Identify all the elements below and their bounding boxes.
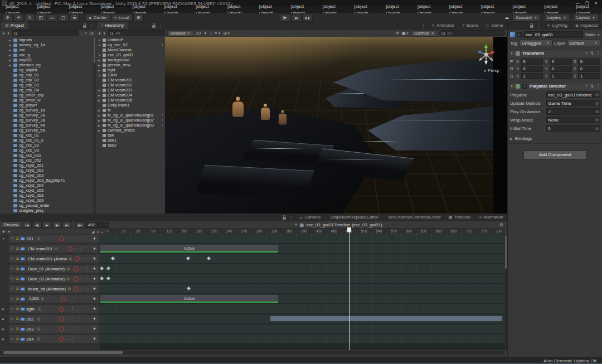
track-content[interactable] (100, 264, 504, 273)
object-picker-icon[interactable]: ◎ (41, 297, 44, 301)
play-button[interactable]: ▶ (280, 14, 290, 22)
inspector-tab[interactable]: ☀Lighting (543, 22, 571, 29)
expander-icon[interactable]: ▼ (98, 38, 103, 42)
add-in-group-button[interactable]: + (93, 316, 97, 322)
hierarchy-item[interactable]: ▶ light (96, 67, 165, 72)
project-search[interactable] (12, 30, 79, 36)
layers-dropdown[interactable]: Layers▼ (544, 14, 570, 22)
z-field[interactable]: 1 (578, 73, 600, 79)
timeline-row[interactable]: ▼ ✓ ⚠ 201 ◎ ~ ⋮ + (0, 234, 507, 243)
inspector-tab[interactable]: ◉Inspector (571, 22, 602, 29)
scene-view-tab[interactable]: #Scene (458, 22, 483, 29)
curves-icon[interactable]: ~ (80, 277, 82, 281)
hierarchy-item[interactable]: talk (96, 133, 165, 138)
record-button[interactable] (59, 236, 64, 241)
preview-toggle[interactable]: Preview (2, 221, 21, 228)
search-label-icon[interactable]: ✎ (84, 31, 88, 36)
z-field[interactable]: 0 (578, 59, 600, 65)
hierarchy-item[interactable]: ▶ CM vcam205 (96, 98, 165, 103)
static-dropdown[interactable]: Static ▼ (585, 32, 600, 37)
project-item[interactable]: cg_city_02 (0, 77, 96, 82)
timeline-row[interactable]: ✓ ⚠ helen_hd (Animator) ◎ ~ ⋮ + (0, 284, 507, 293)
bottom-tab[interactable]: ☰Console (295, 213, 325, 221)
step-button[interactable]: ▶▮ (302, 14, 313, 22)
pivot-toggle[interactable]: ▣Center (85, 14, 110, 22)
active-checkbox[interactable]: ✓ (517, 32, 522, 37)
track-content[interactable] (100, 314, 504, 323)
track-enabled-icon[interactable]: ✓ (11, 266, 14, 271)
project-item[interactable]: ▶ signals (0, 37, 96, 42)
keyframe-diamond[interactable] (106, 266, 110, 270)
gizmos-dropdown[interactable]: Gizmos▼ (411, 30, 437, 37)
track-enabled-icon[interactable]: ✓ (11, 307, 14, 311)
add-component-button[interactable]: Add Component (523, 151, 587, 159)
track-content[interactable]: Active (100, 294, 504, 303)
cloud-icon[interactable]: ☁ (504, 15, 509, 20)
field-value[interactable]: ✓ ◎ (546, 108, 600, 115)
create-asset-button[interactable]: + (2, 31, 5, 36)
gear-icon[interactable]: ⊛ (499, 222, 506, 227)
add-in-group-button[interactable]: + (93, 276, 97, 282)
project-item[interactable]: cg_xsyd_201 (0, 163, 96, 168)
help-icon[interactable]: ? (585, 51, 588, 56)
project-item[interactable]: cg_player (0, 103, 96, 108)
hierarchy-item[interactable]: talk2 (96, 143, 165, 148)
project-item[interactable]: ▶ xsc (0, 47, 96, 52)
tool-button[interactable]: ▭ (47, 14, 57, 22)
track-menu-icon[interactable]: ⋮ (70, 337, 75, 341)
add-in-group-button[interactable]: + (93, 326, 97, 332)
expander-icon[interactable]: ▼ (98, 54, 103, 57)
project-item[interactable]: cg_xsc_031 (0, 153, 96, 158)
hierarchy-item[interactable]: ▶ CM vcam204 (96, 93, 165, 98)
add-in-group-button[interactable]: + (93, 296, 97, 302)
search-input[interactable] (18, 31, 77, 36)
curves-icon[interactable]: ~ (66, 307, 68, 311)
layout-dropdown[interactable]: Layout▼ (573, 14, 599, 22)
object-picker-icon[interactable]: ◎ (595, 93, 599, 97)
timeline-row[interactable]: ▶ ✓ ⚠ 202 ◎ ~ ⋮ + (0, 314, 507, 323)
timeline-row[interactable]: ✓ ⚠ CM vcam201 (Anima ◎ ~ ⋮ + (0, 254, 507, 263)
curves-icon[interactable]: ~ (81, 257, 84, 261)
project-item[interactable]: ▶ xsyd01 (0, 57, 96, 62)
curves-icon[interactable]: ~ (66, 317, 68, 321)
track-menu-icon[interactable]: ⋮ (70, 317, 75, 321)
expander-icon[interactable]: ▼ (0, 237, 7, 240)
object-picker-icon[interactable]: ◎ (37, 236, 41, 241)
field-value[interactable]: Game Time ◎ (546, 100, 600, 106)
project-item[interactable]: ▶ survey_cg_1a (0, 42, 96, 47)
search-input[interactable] (446, 31, 503, 36)
track-header[interactable]: ▶ ✓ ⚠ 203 ◎ ~ ⋮ + (0, 324, 100, 333)
track-header[interactable]: ✓ ⚠ helen_hd (Animator) ◎ ~ ⋮ + (0, 284, 100, 293)
hierarchy-item[interactable]: ▼ Untitled* (96, 37, 165, 42)
project-item[interactable]: cg_xsyd_203_flagship71 (0, 178, 96, 183)
markers-toggle-icon[interactable]: ▪ (101, 230, 103, 234)
project-item[interactable]: ▶ zhentan_cg (0, 62, 96, 67)
record-button[interactable] (74, 287, 79, 292)
y-field[interactable]: 0 (550, 66, 572, 72)
project-item[interactable]: cg_xsyd_203 (0, 173, 96, 178)
hierarchy-item[interactable]: CM vcam202 (96, 82, 165, 88)
x-field[interactable]: 0 (521, 66, 543, 72)
timeline-row[interactable]: ✓ ⚠ 人201 ◎ ~ ⋮ + Active (0, 294, 507, 303)
scene-effects-dropdown[interactable]: ✦▼ (214, 31, 221, 36)
record-button[interactable] (59, 337, 64, 342)
foldout-icon[interactable]: ▼ (510, 52, 513, 55)
field-value[interactable]: None ◎ (546, 117, 600, 123)
object-picker-icon[interactable]: ◎ (37, 327, 41, 331)
object-picker-icon[interactable]: ◎ (66, 266, 70, 271)
x-field[interactable]: 0 (521, 59, 543, 65)
keyframe-diamond[interactable] (111, 256, 115, 260)
track-menu-icon[interactable]: ⋮ (70, 236, 75, 241)
hierarchy-item[interactable]: ▼ cg_xsc_02 › (96, 42, 165, 47)
curves-icon[interactable]: ~ (80, 267, 82, 271)
add-in-group-button[interactable]: + (93, 246, 97, 251)
project-item[interactable]: cg_xsyd_204 (0, 183, 96, 188)
track-menu-icon[interactable]: ⋮ (78, 246, 83, 251)
chevron-down-icon[interactable]: ▼ (294, 223, 298, 226)
track-enabled-icon[interactable]: ✓ (11, 287, 14, 291)
project-item[interactable]: cg_survey_2a (0, 113, 96, 118)
lock-icon[interactable] (152, 25, 156, 28)
scene-audio-toggle[interactable]: ♪ (210, 31, 212, 36)
scene-search[interactable] (439, 30, 505, 36)
project-item[interactable]: cg_xsyd_209 (0, 198, 96, 203)
